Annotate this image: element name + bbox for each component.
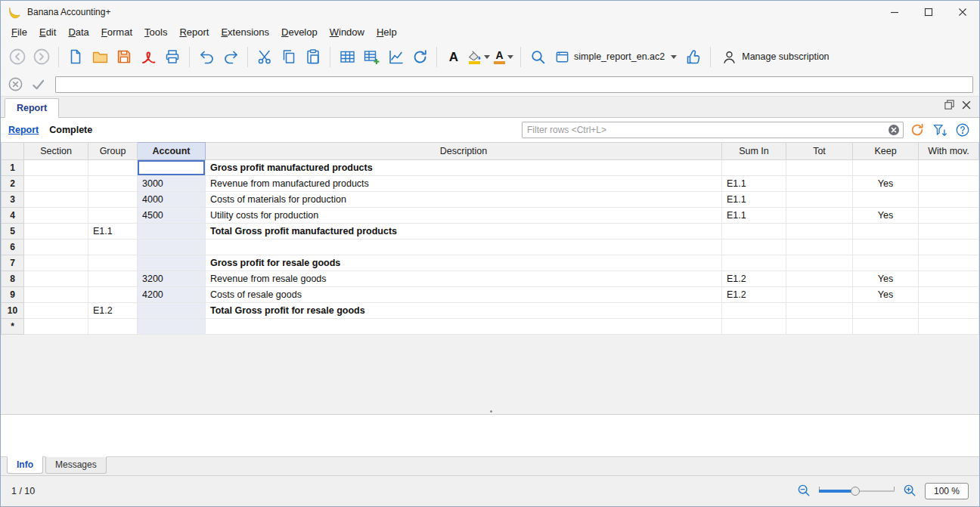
cell-with-mov[interactable] [919, 176, 979, 192]
column-header-group[interactable]: Group [88, 143, 138, 160]
cell-section[interactable] [24, 255, 88, 271]
cell-sum-in[interactable] [722, 255, 786, 271]
help-icon[interactable] [954, 121, 972, 139]
cell-group[interactable] [88, 240, 138, 255]
menu-item-edit[interactable]: Edit [33, 25, 62, 39]
cell-section[interactable] [24, 224, 88, 240]
cell-group[interactable] [88, 287, 138, 303]
cell-description[interactable] [206, 240, 722, 255]
cell-account[interactable] [138, 303, 206, 319]
menu-item-help[interactable]: Help [371, 25, 403, 39]
column-header-keep[interactable]: Keep [853, 143, 919, 160]
cell-with-mov[interactable] [919, 255, 979, 271]
cell-description[interactable]: Total Gross profit for resale goods [206, 303, 722, 319]
cell-tot[interactable] [786, 208, 853, 224]
cell-description[interactable]: Gross profit for resale goods [206, 255, 722, 271]
pdf-export-button[interactable] [136, 45, 160, 69]
cell-group[interactable] [88, 160, 138, 176]
menu-item-report[interactable]: Report [173, 25, 215, 39]
cell-description[interactable]: Revenue from resale goods [206, 271, 722, 287]
cell-sum-in[interactable]: E1.1 [722, 208, 786, 224]
menu-item-data[interactable]: Data [62, 25, 95, 39]
bottom-tab-info[interactable]: Info [7, 456, 43, 474]
save-button[interactable] [112, 45, 136, 69]
fill-color-button[interactable] [466, 45, 492, 69]
cell-with-mov[interactable] [919, 192, 979, 208]
restore-pane-icon[interactable] [944, 99, 955, 113]
clear-filter-icon[interactable] [887, 123, 901, 137]
cell-description[interactable]: Utility costs for production [206, 208, 722, 224]
cell-description[interactable]: Costs of materials for production [206, 192, 722, 208]
close-icon[interactable] [945, 1, 979, 23]
thumbs-up-button[interactable] [681, 45, 706, 69]
cell-group[interactable] [88, 176, 138, 192]
cell-keep[interactable]: Yes [853, 287, 919, 303]
zoom-level-value[interactable]: 100 % [925, 483, 969, 499]
zoom-out-icon[interactable] [796, 483, 811, 500]
chart-button[interactable] [383, 45, 408, 69]
filter-rows-input[interactable] [522, 122, 904, 138]
copy-button[interactable] [277, 45, 301, 69]
cell-description[interactable]: Total Gross profit manufactured products [206, 224, 722, 240]
tab-report[interactable]: Report [5, 98, 59, 118]
paste-button[interactable] [301, 45, 325, 69]
cell-group[interactable] [88, 319, 138, 335]
cell-keep[interactable]: Yes [853, 208, 919, 224]
cell-sum-in[interactable]: E1.1 [722, 192, 786, 208]
cell-account[interactable]: 4000 [138, 192, 206, 208]
cell-tot[interactable] [786, 224, 853, 240]
cell-account[interactable]: 4500 [138, 208, 206, 224]
pane-splitter[interactable] [1, 408, 979, 414]
close-pane-icon[interactable] [961, 100, 972, 113]
menu-item-extensions[interactable]: Extensions [215, 25, 275, 39]
cell-with-mov[interactable] [919, 287, 979, 303]
cell-sum-in[interactable]: E1.2 [722, 271, 786, 287]
cell-keep[interactable] [853, 192, 919, 208]
cell-with-mov[interactable] [919, 224, 979, 240]
cell-description[interactable] [206, 319, 722, 335]
cell-tot[interactable] [786, 192, 853, 208]
column-header-section[interactable]: Section [24, 143, 88, 160]
table-settings-button[interactable] [335, 45, 359, 69]
refresh-filter-icon[interactable] [908, 121, 926, 139]
cancel-edit-icon[interactable] [4, 74, 26, 95]
column-header-account[interactable]: Account [138, 143, 206, 160]
cell-sum-in[interactable] [722, 240, 786, 255]
cell-tot[interactable] [786, 319, 853, 335]
cell-tot[interactable] [786, 303, 853, 319]
cell-sum-in[interactable] [722, 319, 786, 335]
menu-item-window[interactable]: Window [324, 25, 371, 39]
cell-account[interactable] [138, 224, 206, 240]
cell-sum-in[interactable] [722, 303, 786, 319]
print-button[interactable] [160, 45, 185, 69]
manage-subscription-button[interactable]: Manage subscription [715, 47, 835, 67]
cell-sum-in[interactable]: E1.1 [722, 176, 786, 192]
column-header-with-mov[interactable]: With mov. [919, 143, 979, 160]
formula-input[interactable] [55, 76, 973, 93]
cell-with-mov[interactable] [919, 303, 979, 319]
nav-forward-button[interactable] [29, 45, 54, 69]
minimize-icon[interactable] [877, 1, 911, 23]
confirm-edit-icon[interactable] [26, 74, 49, 95]
cell-keep[interactable]: Yes [853, 176, 919, 192]
cell-section[interactable] [24, 160, 88, 176]
cell-account[interactable]: 4200 [138, 287, 206, 303]
cell-with-mov[interactable] [919, 208, 979, 224]
cell-section[interactable] [24, 240, 88, 255]
cell-with-mov[interactable] [919, 160, 979, 176]
cell-section[interactable] [24, 208, 88, 224]
cell-group[interactable] [88, 255, 138, 271]
slider-handle[interactable] [851, 487, 860, 496]
report-table-link[interactable]: Report [8, 125, 39, 135]
cell-group[interactable] [88, 192, 138, 208]
recalculate-icon[interactable] [408, 45, 432, 69]
advanced-filter-icon[interactable] [931, 121, 949, 139]
cell-keep[interactable] [853, 224, 919, 240]
nav-back-button[interactable] [5, 45, 29, 69]
bottom-tab-messages[interactable]: Messages [45, 456, 107, 474]
cell-sum-in[interactable]: E1.2 [722, 287, 786, 303]
cell-tot[interactable] [786, 271, 853, 287]
menu-item-develop[interactable]: Develop [275, 25, 324, 39]
menu-item-format[interactable]: Format [95, 25, 138, 39]
zoom-in-icon[interactable] [902, 483, 917, 500]
